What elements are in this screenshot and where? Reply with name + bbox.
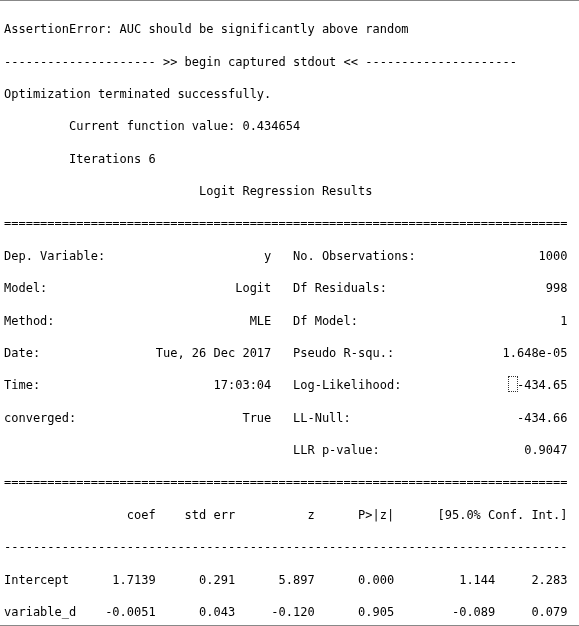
summary-row: Method: MLE Df Model: 1 (4, 313, 577, 329)
current-fn-value-line: Current function value: 0.434654 (4, 118, 577, 134)
iterations-line: Iterations 6 (4, 151, 577, 167)
summary-row: converged: True LL-Null: -434.66 (4, 410, 577, 426)
summary-row: LLR p-value: 0.9047 (4, 442, 577, 458)
summary-row: Date: Tue, 26 Dec 2017 Pseudo R-squ.: 1.… (4, 345, 577, 361)
assertion-error-line: AssertionError: AUC should be significan… (4, 21, 577, 37)
summary-row: Time: 17:03:04 Log-Likelihood: -434.65 (4, 377, 577, 393)
results-title-line: Logit Regression Results (4, 183, 577, 199)
begin-stdout-line: --------------------- >> begin captured … (4, 54, 577, 70)
coef-top-rule: ========================================… (4, 474, 577, 490)
coef-header-line: coef std err z P>|z| [95.0% Conf. Int.] (4, 507, 577, 523)
summary-row: Dep. Variable: y No. Observations: 1000 (4, 248, 577, 264)
coef-mid-rule: ----------------------------------------… (4, 539, 577, 555)
terminal-output[interactable]: AssertionError: AUC should be significan… (0, 0, 579, 626)
summary-row: Model: Logit Df Residuals: 998 (4, 280, 577, 296)
coef-row: Intercept 1.7139 0.291 5.897 0.000 1.144… (4, 572, 577, 588)
coef-row: variable_d -0.0051 0.043 -0.120 0.905 -0… (4, 604, 577, 620)
summary-top-rule: ========================================… (4, 215, 577, 231)
opt-terminated-line: Optimization terminated successfully. (4, 86, 577, 102)
